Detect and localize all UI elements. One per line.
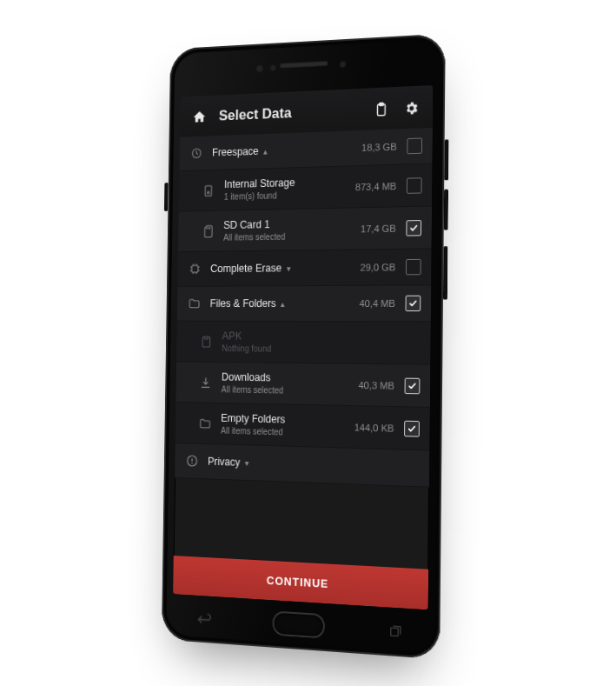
- list-item-sdcard1[interactable]: SD Card 1All items selected17,4 GB: [178, 206, 432, 252]
- list-item-label: Complete Erase▾: [210, 261, 352, 274]
- list-item-label: SD Card 1: [223, 216, 352, 231]
- svg-point-4: [207, 190, 209, 193]
- hw-power: [442, 246, 447, 300]
- list-item-label: Files & Folders▴: [209, 296, 351, 309]
- chip-icon: [187, 260, 202, 277]
- list-item-label: APK: [222, 330, 420, 343]
- chevron-down-icon: ▾: [244, 457, 248, 467]
- download-icon: [197, 373, 213, 390]
- hw-side-left: [163, 183, 168, 211]
- list-item-label: Empty Folders: [221, 411, 346, 426]
- checkbox-freespace[interactable]: [407, 137, 422, 154]
- list-item-label: Privacy▾: [207, 455, 418, 474]
- list-item-label: Internal Storage: [223, 175, 347, 190]
- checkbox-files-folders[interactable]: [405, 295, 421, 310]
- hw-recents-icon: [388, 623, 402, 639]
- page-title: Select Data: [218, 101, 360, 123]
- hw-volume-up: [444, 139, 448, 180]
- list-item-subtitle: All items selected: [220, 425, 345, 438]
- folder-icon: [196, 414, 212, 431]
- list-item-size: 40,3 MB: [358, 379, 394, 390]
- list-item-size: 144,0 KB: [354, 421, 394, 432]
- list-item-size: 873,4 MB: [354, 180, 395, 191]
- storage-icon: [200, 182, 215, 199]
- list-item-apk: APKNothing found: [176, 321, 431, 364]
- sensor: [269, 64, 275, 71]
- list-item-subtitle: All items selected: [223, 230, 352, 242]
- gear-icon[interactable]: [401, 97, 421, 117]
- front-camera: [255, 63, 263, 72]
- earpiece: [279, 60, 328, 68]
- checkbox-empty-folders[interactable]: [404, 420, 420, 436]
- list-item-size: 29,0 GB: [360, 262, 395, 272]
- checkbox-internal[interactable]: [406, 176, 421, 193]
- list-item-empty-folders[interactable]: Empty FoldersAll items selected144,0 KB: [175, 403, 429, 450]
- hw-volume-down: [443, 189, 447, 230]
- wipe-icon: [189, 144, 204, 162]
- list-item-downloads[interactable]: DownloadsAll items selected40,3 MB: [176, 362, 430, 408]
- list-item-subtitle: Nothing found: [222, 343, 420, 355]
- screen: Select Data Freespace▴18,3 GBInternal St…: [173, 85, 433, 609]
- list-item-files-folders[interactable]: Files & Folders▴40,4 MB: [176, 285, 430, 322]
- svg-point-8: [191, 463, 192, 463]
- list-item-subtitle: 1 item(s) found: [223, 189, 347, 201]
- hw-nav: [162, 603, 440, 647]
- apk-icon: [198, 332, 214, 350]
- svg-rect-9: [390, 628, 398, 636]
- list-item-privacy[interactable]: Privacy▾: [175, 443, 429, 487]
- list-item-label: Freespace▴: [212, 142, 354, 158]
- list-item-subtitle: All items selected: [221, 384, 349, 396]
- sd-icon: [200, 222, 215, 239]
- list-item-label: Downloads: [221, 370, 349, 384]
- chevron-up-icon: ▴: [263, 146, 268, 156]
- list-item-internal[interactable]: Internal Storage1 item(s) found873,4 MB: [178, 163, 432, 211]
- privacy-icon: [183, 451, 199, 469]
- list-item-size: 17,4 GB: [361, 223, 396, 234]
- phone-frame: Select Data Freespace▴18,3 GBInternal St…: [161, 33, 445, 659]
- checkbox-complete-erase[interactable]: [405, 258, 421, 274]
- clipboard-icon[interactable]: [372, 99, 390, 119]
- list-item-complete-erase[interactable]: Complete Erase▾29,0 GB: [177, 249, 431, 286]
- checkbox-sdcard1[interactable]: [406, 219, 421, 236]
- svg-rect-1: [379, 103, 382, 105]
- hw-home-button: [272, 610, 325, 638]
- svg-rect-5: [191, 265, 197, 272]
- list-item-size: 40,4 MB: [359, 297, 394, 308]
- chevron-down-icon: ▾: [286, 263, 290, 272]
- list-item-size: 18,3 GB: [361, 141, 397, 152]
- svg-point-2: [192, 148, 201, 157]
- checkbox-downloads[interactable]: [404, 377, 420, 394]
- folder-icon: [186, 295, 202, 312]
- sensor: [339, 60, 346, 67]
- home-icon[interactable]: [190, 107, 208, 126]
- hw-back-icon: [195, 611, 211, 624]
- data-list: Freespace▴18,3 GBInternal Storage1 item(…: [173, 127, 432, 569]
- svg-rect-6: [202, 336, 210, 346]
- chevron-up-icon: ▴: [281, 298, 285, 308]
